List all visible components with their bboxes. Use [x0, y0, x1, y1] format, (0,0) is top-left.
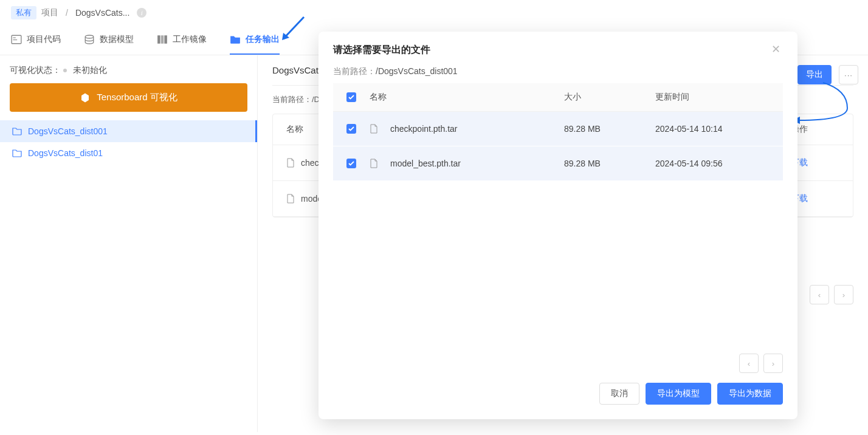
tab-task-output[interactable]: 任务输出 — [230, 26, 280, 55]
next-page-button[interactable]: › — [763, 354, 783, 373]
row-checkbox-cell — [333, 124, 370, 134]
vis-status: 可视化状态： 未初始化 — [10, 65, 247, 76]
file-icon — [286, 194, 295, 204]
path-label: 当前路径： — [333, 66, 376, 76]
image-icon — [157, 34, 168, 45]
tab-label: 数据模型 — [100, 34, 134, 45]
col-operation: 操作 — [791, 124, 839, 135]
file-icon — [370, 159, 378, 168]
tab-label: 项目代码 — [27, 34, 61, 45]
vis-status-text: 未初始化 — [73, 65, 107, 75]
download-link[interactable]: 下载 — [791, 193, 839, 204]
modal-table-row[interactable]: checkpoint.pth.tar 89.28 MB 2024-05-14 1… — [333, 112, 783, 146]
cancel-button[interactable]: 取消 — [599, 383, 639, 405]
modal-path: 当前路径：/DogsVsCats_dist001 — [319, 57, 797, 83]
col-name: 名称 — [370, 92, 564, 103]
file-name-cell: model_best.pth.tar — [370, 159, 564, 168]
export-button[interactable]: 导出 — [797, 65, 832, 84]
next-page-button[interactable]: › — [834, 285, 853, 304]
file-time: 2024-05-14 10:14 — [655, 124, 783, 134]
path-value: /DogsVsCats_dist001 — [376, 66, 458, 76]
svg-point-3 — [85, 35, 94, 38]
tensorboard-icon — [80, 92, 91, 103]
breadcrumb-name[interactable]: DogsVsCats... — [75, 8, 129, 18]
folder-item[interactable]: DogsVsCats_dist001 — [0, 120, 257, 142]
modal-pager: ‹ › — [319, 348, 797, 373]
privacy-tag: 私有 — [11, 6, 36, 19]
row-checkbox[interactable] — [346, 124, 356, 134]
prev-page-button[interactable]: ‹ — [810, 285, 829, 304]
folder-name: DogsVsCats_dist01 — [28, 148, 103, 158]
tab-data-model[interactable]: 数据模型 — [84, 26, 134, 55]
folder-icon — [230, 34, 241, 45]
file-time: 2024-05-14 09:56 — [655, 159, 783, 168]
svg-rect-2 — [13, 39, 17, 40]
modal-table-row[interactable]: model_best.pth.tar 89.28 MB 2024-05-14 0… — [333, 146, 783, 181]
sidebar: 可视化状态： 未初始化 Tensorboard 可视化 DogsVsCats_d… — [0, 55, 258, 432]
modal-footer: 取消 导出为模型 导出为数据 — [319, 373, 797, 419]
tab-label: 任务输出 — [246, 34, 280, 45]
breadcrumb-project[interactable]: 项目 — [41, 7, 58, 18]
tensorboard-button[interactable]: Tensorboard 可视化 — [10, 83, 247, 112]
close-button[interactable]: ✕ — [769, 44, 783, 55]
export-data-button[interactable]: 导出为数据 — [717, 383, 783, 405]
prev-page-button[interactable]: ‹ — [739, 354, 759, 373]
header-checkbox-cell — [333, 92, 370, 102]
svg-rect-6 — [164, 35, 167, 44]
select-all-checkbox[interactable] — [346, 92, 356, 102]
tab-project-code[interactable]: 项目代码 — [11, 26, 61, 55]
svg-rect-5 — [161, 35, 164, 44]
download-link[interactable]: 下载 — [791, 157, 839, 168]
row-checkbox-cell — [333, 159, 370, 168]
col-size: 大小 — [564, 92, 655, 103]
modal-header: 请选择需要导出的文件 ✕ — [319, 32, 797, 57]
file-size: 89.28 MB — [564, 159, 655, 168]
folder-icon — [12, 149, 22, 157]
tab-label: 工作镜像 — [173, 34, 207, 45]
file-name: model_best.pth.tar — [390, 159, 461, 168]
breadcrumb: 私有 项目 / DogsVsCats... i — [0, 0, 868, 26]
content-pager: ‹ › — [810, 285, 853, 304]
vis-label: 可视化状态： — [10, 65, 61, 75]
folder-item[interactable]: DogsVsCats_dist01 — [0, 142, 257, 164]
file-icon — [286, 158, 295, 168]
modal-table-header: 名称 大小 更新时间 — [333, 83, 783, 112]
tensorboard-label: Tensorboard 可视化 — [97, 92, 177, 103]
status-dot-icon — [63, 69, 67, 72]
more-button[interactable]: ··· — [839, 65, 858, 84]
folder-name: DogsVsCats_dist001 — [28, 126, 108, 136]
file-icon — [370, 124, 378, 134]
svg-rect-4 — [157, 35, 160, 44]
file-size: 89.28 MB — [564, 124, 655, 134]
export-model-button[interactable]: 导出为模型 — [646, 383, 711, 405]
folder-icon — [12, 127, 22, 135]
info-icon[interactable]: i — [137, 8, 146, 18]
data-icon — [84, 34, 95, 45]
modal-title: 请选择需要导出的文件 — [333, 44, 430, 57]
export-modal: 请选择需要导出的文件 ✕ 当前路径：/DogsVsCats_dist001 名称… — [319, 32, 797, 419]
modal-file-table: 名称 大小 更新时间 checkpoint.pth.tar 89.28 MB 2… — [333, 83, 783, 348]
file-name-cell: checkpoint.pth.tar — [370, 124, 564, 134]
code-icon — [11, 34, 22, 45]
file-name: checkpoint.pth.tar — [390, 124, 458, 134]
tab-work-image[interactable]: 工作镜像 — [157, 26, 207, 55]
row-checkbox[interactable] — [346, 159, 356, 168]
col-time: 更新时间 — [655, 92, 783, 103]
breadcrumb-sep: / — [66, 8, 68, 18]
folder-list: DogsVsCats_dist001 DogsVsCats_dist01 — [0, 120, 257, 164]
svg-rect-1 — [13, 38, 16, 38]
